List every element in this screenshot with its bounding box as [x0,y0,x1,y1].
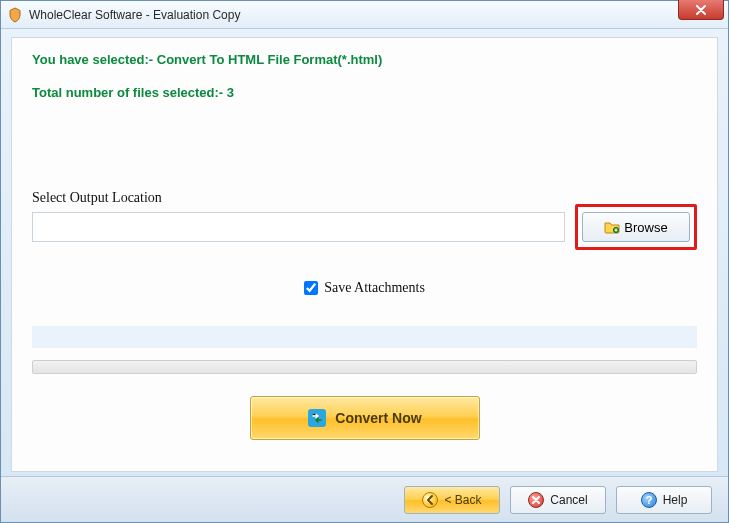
content-panel: You have selected:- Convert To HTML File… [11,37,718,472]
status-strip [32,326,697,348]
output-row: Browse [32,212,697,242]
browse-highlight: Browse [575,204,697,250]
cancel-button[interactable]: Cancel [510,486,606,514]
save-attachments-checkbox[interactable] [304,281,318,295]
close-icon [696,5,706,15]
convert-now-label: Convert Now [335,410,421,426]
help-icon: ? [641,492,657,508]
wizard-footer: < Back Cancel ? Help [1,476,728,522]
cancel-icon [528,492,544,508]
titlebar: WholeClear Software - Evaluation Copy [1,1,728,29]
convert-now-button[interactable]: Convert Now [250,396,480,440]
back-button-label: < Back [444,493,481,507]
help-button[interactable]: ? Help [616,486,712,514]
window-title: WholeClear Software - Evaluation Copy [29,8,240,22]
convert-icon [307,408,327,428]
svg-text:?: ? [645,494,652,506]
app-icon [7,7,23,23]
app-window: WholeClear Software - Evaluation Copy Yo… [0,0,729,523]
total-files-text: Total number of files selected:- 3 [32,85,697,100]
folder-icon [604,220,620,234]
window-close-button[interactable] [678,0,724,20]
back-button[interactable]: < Back [404,486,500,514]
progress-bar [32,360,697,374]
save-attachments-row: Save Attachments [32,280,697,296]
output-location-input[interactable] [32,212,565,242]
browse-button[interactable]: Browse [582,212,690,242]
browse-button-label: Browse [624,220,667,235]
back-icon [422,492,438,508]
selected-format-text: You have selected:- Convert To HTML File… [32,52,697,67]
cancel-button-label: Cancel [550,493,587,507]
help-button-label: Help [663,493,688,507]
save-attachments-label: Save Attachments [324,280,425,296]
